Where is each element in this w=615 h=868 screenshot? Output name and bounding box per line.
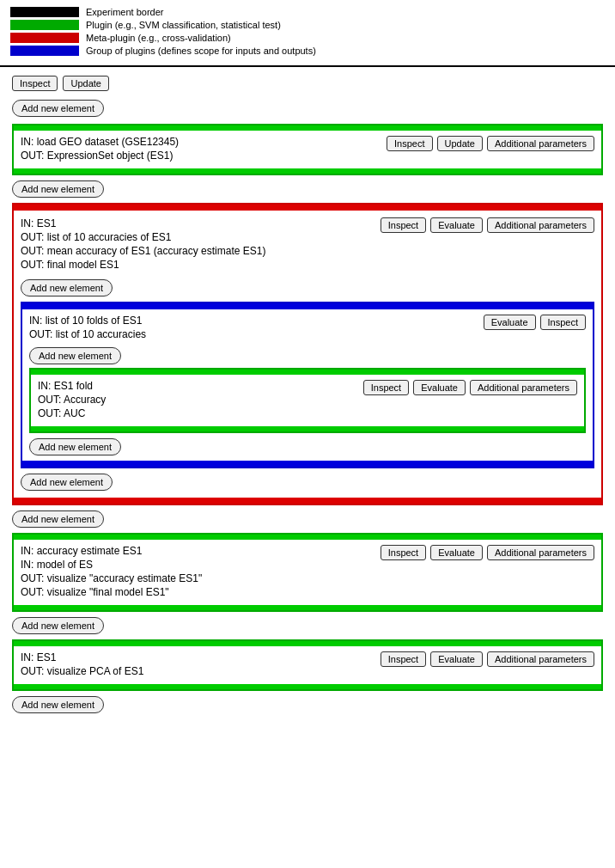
- group1-header: IN: list of 10 folds of ES1 OUT: list of…: [29, 315, 586, 342]
- plugin2-green-top: [14, 535, 601, 540]
- top-update-button[interactable]: Update: [63, 76, 108, 91]
- meta1-out3: OUT: final model ES1: [21, 259, 372, 271]
- legend-item-plugin: Plugin (e.g., SVM classification, statis…: [10, 20, 605, 30]
- plugin3-evaluate-button[interactable]: Evaluate: [430, 651, 483, 667]
- meta1-header: IN: ES1 OUT: list of 10 accuracies of ES…: [21, 217, 594, 272]
- meta-red-top-bar: [14, 205, 601, 211]
- meta-red-bottom-bar: [14, 498, 601, 504]
- plugin2-buttons: Inspect Evaluate Additional parameters: [381, 545, 594, 560]
- legend-color-plugin: [10, 20, 79, 30]
- top-toolbar: Inspect Update: [12, 76, 603, 91]
- plugin2-out1: OUT: visualize "accuracy estimate ES1": [21, 572, 372, 584]
- plugin3-header: IN: ES1 OUT: visualize PCA of ES1 Inspec…: [21, 651, 594, 679]
- plugin3-in: IN: ES1: [21, 651, 372, 663]
- plugin-inner-in: IN: ES1 fold: [38, 380, 355, 392]
- group1-buttons: Evaluate Inspect: [484, 315, 586, 330]
- meta1-out2: OUT: mean accuracy of ES1 (accuracy esti…: [21, 245, 372, 257]
- meta1-add-element-button-2[interactable]: Add new element: [21, 474, 113, 491]
- meta1-additional-button[interactable]: Additional parameters: [487, 217, 594, 233]
- meta1-in: IN: ES1: [21, 217, 372, 229]
- add-element-button-2[interactable]: Add new element: [12, 510, 104, 528]
- top-add-row: Add new element: [12, 100, 603, 117]
- plugin3-buttons: Inspect Evaluate Additional parameters: [381, 651, 594, 667]
- legend-item-group: Group of plugins (defines scope for inpu…: [10, 46, 605, 56]
- plugin-inner-buttons: Inspect Evaluate Additional parameters: [363, 380, 577, 395]
- plugin2-inspect-button[interactable]: Inspect: [381, 545, 426, 560]
- plugin-box-visualize: IN: accuracy estimate ES1 IN: model of E…: [12, 533, 603, 612]
- plugin-inner-header: IN: ES1 fold OUT: Accuracy OUT: AUC Insp…: [38, 380, 577, 421]
- plugin3-info: IN: ES1 OUT: visualize PCA of ES1: [21, 651, 372, 679]
- group1-evaluate-button[interactable]: Evaluate: [484, 315, 536, 330]
- meta1-inspect-button[interactable]: Inspect: [381, 217, 426, 233]
- meta1-buttons: Inspect Evaluate Additional parameters: [381, 217, 594, 233]
- plugin1-inspect-button[interactable]: Inspect: [387, 136, 432, 151]
- group-blue-bottom-bar: [22, 461, 593, 467]
- plugin2-header: IN: accuracy estimate ES1 IN: model of E…: [21, 545, 594, 600]
- meta1-evaluate-button[interactable]: Evaluate: [430, 217, 483, 233]
- plugin-inner-out1: OUT: Accuracy: [38, 394, 355, 406]
- plugin-inner-inspect-button[interactable]: Inspect: [363, 380, 409, 395]
- plugin2-info: IN: accuracy estimate ES1 IN: model of E…: [21, 545, 372, 600]
- plugin1-update-button[interactable]: Update: [437, 136, 483, 151]
- plugin-inner-evaluate-button[interactable]: Evaluate: [413, 380, 466, 395]
- plugin1-buttons: Inspect Update Additional parameters: [387, 136, 594, 151]
- plugin-box-pca: IN: ES1 OUT: visualize PCA of ES1 Inspec…: [12, 639, 603, 691]
- plugin-green-top-bar: [14, 125, 601, 131]
- plugin-inner-green-top: [31, 370, 584, 375]
- plugin1-in: IN: load GEO dataset (GSE12345): [21, 136, 378, 148]
- legend-item-meta: Meta-plugin (e.g., cross-validation): [10, 33, 605, 43]
- meta1-add-element-button[interactable]: Add new element: [21, 279, 113, 296]
- plugin1-info: IN: load GEO dataset (GSE12345) OUT: Exp…: [21, 136, 378, 163]
- plugin2-in1: IN: accuracy estimate ES1: [21, 545, 372, 557]
- plugin3-out: OUT: visualize PCA of ES1: [21, 665, 372, 677]
- meta1-info: IN: ES1 OUT: list of 10 accuracies of ES…: [21, 217, 372, 272]
- group1-add-element-button[interactable]: Add new element: [29, 347, 121, 364]
- legend: Experiment border Plugin (e.g., SVM clas…: [0, 0, 615, 67]
- group1-inspect-button[interactable]: Inspect: [540, 315, 586, 330]
- group1-in: IN: list of 10 folds of ES1: [29, 315, 475, 327]
- group1-info: IN: list of 10 folds of ES1 OUT: list of…: [29, 315, 475, 342]
- plugin-inner-info: IN: ES1 fold OUT: Accuracy OUT: AUC: [38, 380, 355, 421]
- plugin3-green-top: [14, 641, 601, 646]
- plugin1-additional-button[interactable]: Additional parameters: [487, 136, 594, 151]
- add-element-button-4[interactable]: Add new element: [12, 696, 104, 713]
- legend-text-border: Experiment border: [86, 7, 164, 17]
- main-content: Inspect Update Add new element IN: load …: [0, 67, 615, 727]
- add-element-button-1[interactable]: Add new element: [12, 180, 104, 198]
- plugin3-inspect-button[interactable]: Inspect: [381, 651, 426, 667]
- plugin2-evaluate-button[interactable]: Evaluate: [430, 545, 483, 560]
- legend-color-meta: [10, 33, 79, 43]
- plugin1-header: IN: load GEO dataset (GSE12345) OUT: Exp…: [21, 136, 594, 163]
- plugin1-out: OUT: ExpressionSet object (ES1): [21, 150, 378, 162]
- legend-text-meta: Meta-plugin (e.g., cross-validation): [86, 33, 231, 43]
- group-blue-top-bar: [22, 303, 593, 309]
- plugin-box-load-geo: IN: load GEO dataset (GSE12345) OUT: Exp…: [12, 124, 603, 175]
- legend-text-group: Group of plugins (defines scope for inpu…: [86, 46, 316, 56]
- plugin3-additional-button[interactable]: Additional parameters: [487, 651, 594, 667]
- legend-color-group: [10, 46, 79, 56]
- legend-text-plugin: Plugin (e.g., SVM classification, statis…: [86, 20, 281, 30]
- plugin-inner-additional-button[interactable]: Additional parameters: [470, 380, 577, 395]
- plugin-inner-green-bottom: [31, 426, 584, 431]
- meta-box-crossval: IN: ES1 OUT: list of 10 accuracies of ES…: [12, 203, 603, 505]
- group-box-folds: IN: list of 10 folds of ES1 OUT: list of…: [21, 302, 594, 468]
- group1-out: OUT: list of 10 accuracies: [29, 328, 475, 340]
- legend-item-border: Experiment border: [10, 7, 605, 17]
- legend-color-border: [10, 7, 79, 17]
- plugin3-green-bottom: [14, 684, 601, 689]
- meta1-out1: OUT: list of 10 accuracies of ES1: [21, 231, 372, 243]
- group1-add-element-button-2[interactable]: Add new element: [29, 438, 121, 455]
- plugin2-additional-button[interactable]: Additional parameters: [487, 545, 594, 560]
- top-inspect-button[interactable]: Inspect: [12, 76, 58, 91]
- plugin-inner-out2: OUT: AUC: [38, 407, 355, 419]
- plugin2-out2: OUT: visualize "final model ES1": [21, 586, 372, 598]
- plugin-box-inner: IN: ES1 fold OUT: Accuracy OUT: AUC Insp…: [29, 368, 586, 433]
- plugin2-in2: IN: model of ES: [21, 559, 372, 571]
- top-add-element-button[interactable]: Add new element: [12, 100, 104, 117]
- plugin2-green-bottom: [14, 605, 601, 610]
- add-element-button-3[interactable]: Add new element: [12, 617, 104, 634]
- plugin-green-bottom-bar: [14, 168, 601, 174]
